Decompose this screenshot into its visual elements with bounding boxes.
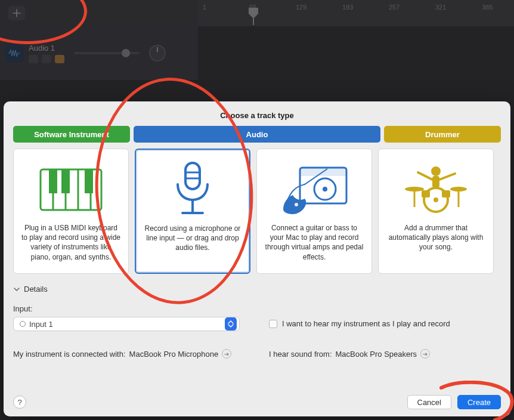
tab-audio[interactable]: Audio: [134, 126, 380, 143]
input-select[interactable]: Input 1: [13, 317, 240, 331]
cancel-button[interactable]: Cancel: [407, 395, 451, 409]
microphone-icon: [166, 160, 219, 220]
guitar-amp-icon: [278, 160, 350, 220]
arrow-right-icon: ➔: [420, 349, 430, 359]
card-description: Record using a microphone or line input …: [143, 224, 242, 253]
output-device-link[interactable]: I hear sound from: MacBook Pro Speakers …: [269, 349, 501, 359]
card-audio-mic[interactable]: Record using a microphone or line input …: [135, 149, 250, 274]
input-select-value: Input 1: [29, 320, 221, 329]
track-type-cards: Plug in a USB MIDI keyboard to play and …: [13, 149, 501, 274]
card-description: Add a drummer that automatically plays a…: [386, 223, 486, 252]
details-label: Details: [24, 285, 48, 294]
svg-line-22: [439, 174, 455, 180]
input-device-name: MacBook Pro Microphone: [129, 350, 219, 359]
svg-point-19: [431, 166, 441, 176]
svg-rect-6: [49, 169, 57, 193]
drummer-icon: [400, 160, 472, 220]
input-device-prefix: My instrument is connected with:: [13, 350, 126, 359]
monitor-checkbox-row[interactable]: I want to hear my instrument as I play a…: [269, 319, 501, 328]
monitor-checkbox[interactable]: [269, 320, 277, 328]
card-drummer[interactable]: Add a drummer that automatically plays a…: [378, 149, 494, 274]
help-button[interactable]: ?: [13, 396, 26, 409]
arrow-right-icon: ➔: [222, 349, 231, 359]
svg-point-28: [434, 197, 438, 202]
svg-rect-30: [442, 190, 450, 197]
svg-line-21: [418, 172, 432, 180]
card-software-instrument[interactable]: Plug in a USB MIDI keyboard to play and …: [13, 149, 129, 274]
keyboard-icon: [38, 160, 104, 220]
svg-point-18: [295, 203, 298, 206]
card-description: Plug in a USB MIDI keyboard to play and …: [21, 223, 121, 262]
sheet-footer: ? Cancel Create: [13, 388, 501, 409]
tab-drummer[interactable]: Drummer: [384, 126, 501, 143]
tab-software-instrument[interactable]: Software Instrument: [13, 126, 130, 143]
output-device-prefix: I hear sound from:: [269, 350, 332, 359]
input-label: Input:: [13, 304, 245, 313]
svg-rect-20: [432, 176, 439, 188]
chevron-down-icon: [13, 286, 20, 293]
card-description: Connect a guitar or bass to your Mac to …: [264, 223, 364, 262]
new-track-sheet: Choose a track type Software Instrument …: [4, 101, 510, 416]
svg-rect-29: [422, 190, 430, 197]
channel-mono-icon: [20, 321, 26, 327]
select-stepper[interactable]: [225, 317, 237, 331]
svg-rect-8: [85, 169, 93, 193]
monitor-checkbox-label: I want to hear my instrument as I play a…: [282, 319, 450, 328]
track-type-tabs: Software Instrument Audio Drummer: [13, 126, 501, 143]
input-device-link[interactable]: My instrument is connected with: MacBook…: [13, 349, 245, 359]
svg-rect-9: [185, 163, 200, 189]
output-device-name: MacBook Pro Speakers: [336, 350, 417, 359]
sheet-title: Choose a track type: [13, 111, 501, 120]
details-disclosure[interactable]: Details: [13, 285, 48, 294]
card-audio-guitar[interactable]: Connect a guitar or bass to your Mac to …: [256, 149, 372, 274]
svg-rect-7: [61, 169, 70, 193]
svg-point-17: [323, 187, 327, 192]
create-button[interactable]: Create: [457, 395, 501, 409]
